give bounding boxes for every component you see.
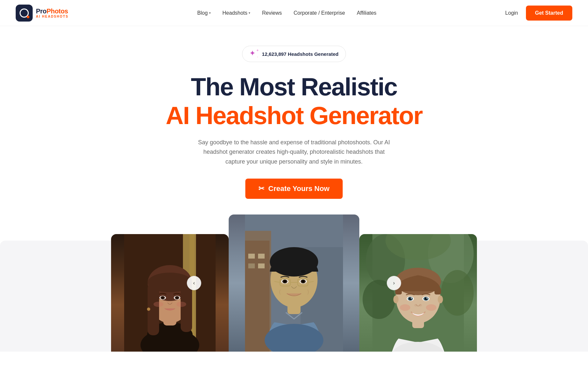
logo-main-text: ProPhotos: [36, 8, 69, 15]
nav-link-reviews[interactable]: Reviews: [262, 10, 282, 16]
chevron-down-icon: ▾: [249, 11, 250, 15]
nav-item-blog[interactable]: Blog ▾: [197, 10, 211, 16]
svg-point-34: [284, 280, 286, 283]
gallery-arrow-right[interactable]: ›: [387, 276, 401, 290]
nav-item-affiliates[interactable]: Affiliates: [357, 10, 376, 16]
logo[interactable]: ProPhotos AI HEADSHOTS: [16, 5, 69, 22]
nav-label-reviews: Reviews: [262, 10, 282, 16]
hero-section: ✦ ✦ · 12,623,897 Headshots Generated The…: [0, 26, 588, 214]
gallery-wrapper: ‹: [0, 214, 588, 352]
wand-icon: ✂: [258, 184, 264, 193]
nav-link-headshots[interactable]: Headshots ▾: [222, 10, 251, 16]
svg-point-48: [441, 270, 474, 316]
chevron-left-icon: ‹: [193, 280, 195, 286]
svg-point-13: [161, 296, 164, 299]
svg-point-67: [393, 295, 399, 303]
svg-point-61: [411, 297, 412, 299]
nav-item-headshots[interactable]: Headshots ▾: [222, 10, 251, 16]
hero-title-line2: AI Headshot Generator: [7, 103, 581, 129]
sparkle-icon: ✦ ✦ ·: [250, 49, 259, 58]
person-silhouette-center: [229, 214, 359, 352]
gallery-photo-left: [111, 234, 229, 352]
svg-point-16: [176, 296, 178, 299]
person-silhouette-left: [111, 234, 229, 352]
logo-sub-text: AI HEADSHOTS: [36, 15, 69, 18]
svg-point-18: [154, 302, 163, 307]
nav-label-blog: Blog: [197, 10, 208, 16]
gallery-arrow-left[interactable]: ‹: [187, 276, 201, 290]
logo-text: ProPhotos AI HEADSHOTS: [36, 8, 69, 18]
svg-rect-54: [434, 288, 441, 294]
logo-dot: [27, 16, 29, 18]
svg-point-64: [419, 304, 422, 307]
logo-icon: [16, 5, 33, 22]
svg-rect-27: [258, 263, 265, 268]
nav-actions: Login Get Started: [505, 6, 572, 21]
nav-link-corporate[interactable]: Corporate / Enterprise: [294, 10, 345, 16]
svg-point-66: [426, 304, 436, 311]
person-silhouette-right: [359, 234, 477, 352]
nav-links: Blog ▾ Headshots ▾ Reviews Corporate / E…: [197, 10, 377, 16]
nav-link-affiliates[interactable]: Affiliates: [357, 10, 376, 16]
chevron-down-icon: ▾: [209, 11, 211, 15]
svg-rect-24: [248, 254, 255, 259]
svg-point-37: [302, 280, 304, 283]
chevron-right-icon: ›: [393, 280, 395, 286]
create-yours-button[interactable]: ✂ Create Yours Now: [245, 179, 342, 199]
hero-description: Say goodbye to the hassle and expense of…: [193, 138, 395, 167]
svg-point-10: [148, 273, 192, 292]
svg-point-17: [147, 308, 150, 311]
svg-rect-26: [248, 263, 255, 268]
nav-label-corporate: Corporate / Enterprise: [294, 10, 345, 16]
nav-item-reviews[interactable]: Reviews: [262, 10, 282, 16]
hero-title-line1: The Most Realistic: [7, 74, 581, 100]
headshots-badge: ✦ ✦ · 12,623,897 Headshots Generated: [242, 46, 346, 62]
gallery-photo-right: [359, 234, 477, 352]
logo-highlight: Photos: [46, 8, 68, 15]
login-link[interactable]: Login: [505, 10, 518, 16]
get-started-button[interactable]: Get Started: [526, 6, 572, 21]
svg-point-65: [400, 304, 410, 311]
svg-point-19: [176, 302, 186, 307]
gallery-photo-center: [229, 214, 359, 352]
svg-point-68: [438, 295, 443, 303]
svg-point-62: [426, 297, 428, 299]
nav-label-affiliates: Affiliates: [357, 10, 376, 16]
nav-item-corporate[interactable]: Corporate / Enterprise: [294, 10, 345, 16]
svg-point-63: [414, 304, 417, 307]
nav-label-headshots: Headshots: [222, 10, 248, 16]
nav-link-blog[interactable]: Blog ▾: [197, 10, 211, 16]
photo-gallery: [111, 214, 477, 352]
badge-text: 12,623,897 Headshots Generated: [262, 51, 338, 57]
cta-label: Create Yours Now: [268, 184, 329, 193]
svg-rect-25: [258, 254, 265, 259]
navbar: ProPhotos AI HEADSHOTS Blog ▾ Headshots …: [0, 0, 588, 26]
